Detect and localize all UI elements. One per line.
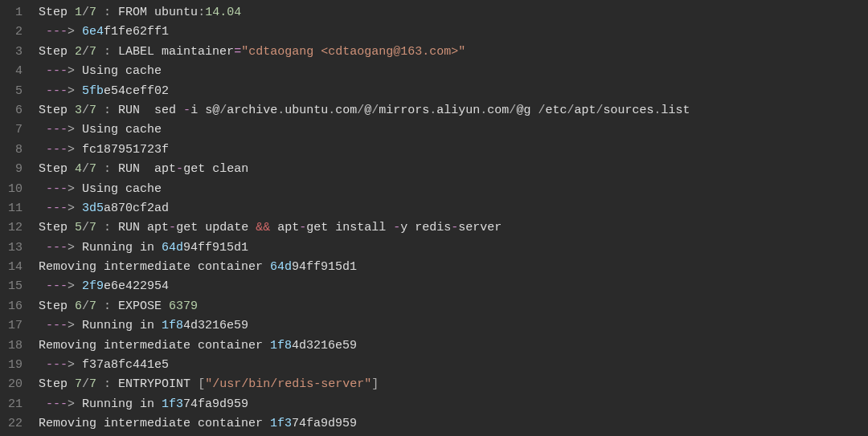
code-token: 1 <box>75 6 82 19</box>
code-token <box>96 104 104 117</box>
code-token: / <box>219 104 227 117</box>
code-token: 6e4 <box>82 25 104 39</box>
code-line[interactable]: ---> Using cache <box>39 120 868 140</box>
code-token: Running in <box>75 319 162 332</box>
code-token <box>39 64 46 78</box>
code-token: f37a8fc441e5 <box>75 358 169 372</box>
code-content[interactable]: Step 1/7 : FROM ubuntu:14.04 ---> 6e4f1f… <box>32 0 868 436</box>
code-token <box>39 143 46 157</box>
code-token: Step <box>39 377 75 391</box>
code-token <box>39 358 46 372</box>
code-token: - <box>299 221 306 234</box>
code-token: Removing intermediate container <box>39 417 270 430</box>
code-token: --- <box>46 319 68 332</box>
code-token: 5fb <box>82 84 104 98</box>
code-token: . <box>277 104 285 117</box>
code-line[interactable]: Step 4/7 : RUN apt-get clean <box>39 160 868 179</box>
code-token: 94ff915d1 <box>183 241 248 255</box>
code-token: etc <box>545 104 567 117</box>
code-token: > <box>68 123 75 137</box>
code-token: archive <box>227 104 277 117</box>
code-line[interactable]: Step 6/7 : EXPOSE 6379 <box>39 297 868 316</box>
line-number: 14 <box>5 258 23 277</box>
code-line[interactable]: ---> Running in 1f374fa9d959 <box>39 395 868 414</box>
code-line[interactable]: ---> Using cache <box>39 62 868 81</box>
code-token: / <box>357 104 364 117</box>
code-line[interactable]: ---> fc187951723f <box>39 141 868 160</box>
code-token: > <box>68 358 75 372</box>
code-token <box>96 299 104 313</box>
line-number: 12 <box>5 218 23 238</box>
code-line[interactable]: Removing intermediate container 1f374fa9… <box>39 414 868 434</box>
code-token: 64d <box>162 241 183 255</box>
code-token: LABEL maintainer <box>111 45 234 59</box>
code-line[interactable]: ---> Running in 1f84d3216e59 <box>39 316 868 336</box>
line-number: 5 <box>5 82 23 101</box>
code-token: com <box>487 104 509 117</box>
line-number: 4 <box>5 62 23 81</box>
code-token: . <box>480 104 487 117</box>
code-token: - <box>183 104 190 117</box>
line-number: 2 <box>5 22 23 42</box>
code-line[interactable]: ---> Using cache <box>39 180 868 199</box>
line-number: 16 <box>5 297 23 316</box>
code-token: 4d3216e59 <box>292 339 357 352</box>
code-token: > <box>68 319 75 332</box>
code-token: 2 <box>75 45 82 59</box>
code-token: = <box>234 45 241 59</box>
code-token: EXPOSE <box>111 299 169 313</box>
code-token: > <box>68 64 75 78</box>
code-token: Step <box>39 6 75 19</box>
code-token: 2f9 <box>82 279 104 293</box>
code-token <box>39 319 46 332</box>
line-number: 18 <box>5 336 23 356</box>
code-line[interactable]: Step 2/7 : LABEL maintainer="cdtaogang <… <box>39 43 868 62</box>
code-line[interactable]: ---> Running in 64d94ff915d1 <box>39 238 868 258</box>
code-token: "cdtaogang <cdtaogang@163.com>" <box>241 45 465 59</box>
code-token <box>96 377 104 391</box>
code-token: / <box>82 221 89 234</box>
code-token: / <box>82 162 89 176</box>
code-line[interactable]: Removing intermediate container 1f84d321… <box>39 336 868 356</box>
code-token: --- <box>46 241 68 255</box>
code-line[interactable]: Step 7/7 : ENTRYPOINT ["/usr/bin/redis-s… <box>39 375 868 394</box>
code-line[interactable]: ---> 5fbe54ceff02 <box>39 82 868 101</box>
code-line[interactable]: ---> 3d5a870cf2ad <box>39 199 868 218</box>
code-token: --- <box>46 123 68 137</box>
code-token: com <box>335 104 357 117</box>
code-token: FROM ubuntu <box>111 6 198 19</box>
code-token: --- <box>46 143 68 157</box>
line-number: 7 <box>5 120 23 140</box>
code-token <box>75 25 82 39</box>
code-line[interactable]: ---> f37a8fc441e5 <box>39 356 868 375</box>
code-token: . <box>328 104 335 117</box>
code-token: server <box>458 221 502 234</box>
code-token: . <box>653 104 661 117</box>
code-token: get install <box>306 221 393 234</box>
code-token: && <box>256 221 270 234</box>
code-token: 7 <box>75 377 82 391</box>
code-line[interactable]: Removing intermediate container 64d94ff9… <box>39 258 868 277</box>
line-number: 13 <box>5 238 23 258</box>
code-token: 94ff915d1 <box>292 260 357 274</box>
line-number: 21 <box>5 395 23 414</box>
code-line[interactable]: Step 3/7 : RUN sed -i s@/archive.ubuntu.… <box>39 101 868 120</box>
line-number: 22 <box>5 414 23 434</box>
code-token: ubuntu <box>285 104 328 117</box>
line-number: 10 <box>5 180 23 199</box>
code-line[interactable]: ---> 2f9e6e422954 <box>39 277 868 296</box>
code-token <box>75 279 82 293</box>
code-token: > <box>68 25 75 39</box>
code-token <box>75 84 82 98</box>
code-line[interactable]: Step 1/7 : FROM ubuntu:14.04 <box>39 3 868 22</box>
code-token: sources <box>603 104 653 117</box>
code-token: : <box>104 104 111 117</box>
code-token: --- <box>46 397 68 411</box>
code-line[interactable]: ---> 6e4f1fe62ff1 <box>39 22 868 42</box>
code-token: - <box>451 221 458 234</box>
code-token <box>39 25 46 39</box>
code-token: - <box>169 221 176 234</box>
code-token: Step <box>39 221 75 234</box>
code-token: 7 <box>89 6 96 19</box>
code-line[interactable]: Step 5/7 : RUN apt-get update && apt-get… <box>39 218 868 238</box>
